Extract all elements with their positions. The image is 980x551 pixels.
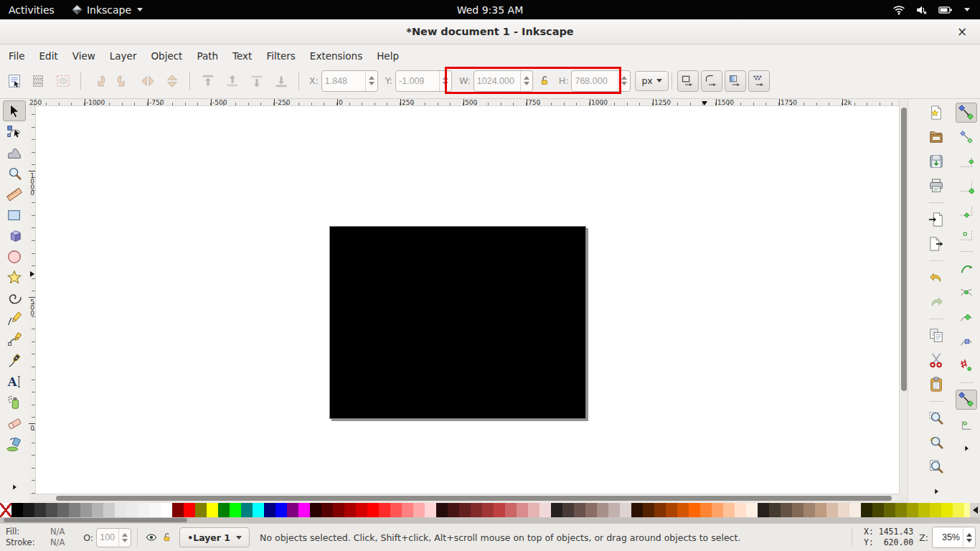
- palette-swatch[interactable]: [758, 503, 769, 517]
- palette-swatch[interactable]: [792, 503, 804, 517]
- new-document-button[interactable]: [925, 103, 947, 123]
- print-document-button[interactable]: [925, 176, 947, 196]
- deselect-button[interactable]: [53, 71, 72, 90]
- app-menu-button[interactable]: Inkscape: [63, 0, 151, 19]
- palette-scrollbar-thumb[interactable]: [4, 518, 187, 522]
- palette-swatch[interactable]: [482, 503, 494, 517]
- ellipse-tool[interactable]: [3, 246, 26, 267]
- rotate-cw-button[interactable]: [113, 71, 133, 90]
- palette-swatch[interactable]: [551, 503, 562, 517]
- lower-button[interactable]: [247, 71, 266, 90]
- bucket-tool[interactable]: [3, 433, 26, 454]
- raise-button[interactable]: [222, 71, 242, 90]
- calligraphy-tool[interactable]: [3, 350, 26, 371]
- flip-horizontal-button[interactable]: [138, 71, 157, 90]
- node-tool[interactable]: [3, 121, 26, 142]
- palette-swatch[interactable]: [321, 503, 333, 517]
- horizontal-scrollbar-thumb[interactable]: [56, 496, 892, 501]
- palette-swatch[interactable]: [184, 503, 195, 517]
- palette-swatch[interactable]: [161, 503, 172, 517]
- palette-swatch[interactable]: [918, 503, 930, 517]
- palette-swatch[interactable]: [241, 503, 253, 517]
- scale-corners-toggle[interactable]: [701, 70, 722, 92]
- snap-object-center-button[interactable]: [956, 414, 977, 434]
- palette-scroll-left-arrow[interactable]: [970, 503, 980, 517]
- palette-swatch[interactable]: [11, 503, 23, 517]
- menu-path[interactable]: Path: [189, 47, 225, 65]
- palette-swatch[interactable]: [298, 503, 310, 517]
- palette-swatch[interactable]: [941, 503, 953, 517]
- menu-file[interactable]: File: [1, 47, 32, 65]
- palette-swatch[interactable]: [597, 503, 608, 517]
- palette-swatch-none[interactable]: [0, 503, 11, 517]
- zoom-page-button[interactable]: [925, 457, 947, 477]
- palette-scrollbar[interactable]: [0, 517, 980, 523]
- palette-swatch[interactable]: [207, 503, 218, 517]
- palette-swatch[interactable]: [402, 503, 413, 517]
- zoom-tool[interactable]: [3, 163, 26, 184]
- select-all-button[interactable]: [4, 71, 24, 90]
- text-tool[interactable]: A: [3, 371, 26, 392]
- palette-swatch[interactable]: [275, 503, 287, 517]
- menu-text[interactable]: Text: [225, 47, 259, 65]
- palette-swatch[interactable]: [953, 503, 964, 517]
- palette-swatch[interactable]: [677, 503, 689, 517]
- palette-swatch[interactable]: [310, 503, 321, 517]
- palette-swatch[interactable]: [448, 503, 459, 517]
- palette-swatch[interactable]: [723, 503, 735, 517]
- x-spinner[interactable]: [365, 71, 377, 91]
- palette-swatch[interactable]: [69, 503, 80, 517]
- snap-bbox-button[interactable]: [956, 127, 977, 147]
- palette-swatch[interactable]: [46, 503, 57, 517]
- units-dropdown[interactable]: px: [635, 71, 668, 91]
- snap-bbox-center-button[interactable]: [956, 225, 977, 245]
- opacity-field[interactable]: [96, 528, 131, 547]
- snap-bbox-corner-button[interactable]: [956, 176, 977, 196]
- menu-edit[interactable]: Edit: [32, 47, 65, 65]
- copy-button[interactable]: [925, 326, 947, 346]
- palette-swatch[interactable]: [379, 503, 390, 517]
- selector-tool[interactable]: [3, 100, 26, 121]
- pencil-tool[interactable]: [3, 309, 26, 329]
- tweak-tool[interactable]: [3, 142, 26, 163]
- zoom-field[interactable]: [932, 527, 976, 548]
- palette-swatch[interactable]: [230, 503, 241, 517]
- zoom-spinner[interactable]: [963, 527, 975, 547]
- palette-swatch[interactable]: [654, 503, 666, 517]
- undo-button[interactable]: [925, 268, 947, 288]
- palette-swatch[interactable]: [585, 503, 597, 517]
- palette-swatch[interactable]: [562, 503, 574, 517]
- export-document-button[interactable]: [925, 234, 947, 254]
- zoom-selection-button[interactable]: [925, 408, 947, 428]
- palette-swatch[interactable]: [517, 503, 528, 517]
- menu-filters[interactable]: Filters: [259, 47, 302, 65]
- palette-swatch[interactable]: [413, 503, 425, 517]
- palette-swatch[interactable]: [103, 503, 115, 517]
- pen-tool[interactable]: [3, 329, 26, 350]
- palette-swatch[interactable]: [459, 503, 471, 517]
- paste-button[interactable]: [925, 375, 947, 395]
- vertical-ruler[interactable]: 10005000: [29, 106, 36, 494]
- layer-visibility-button[interactable]: [143, 529, 159, 545]
- snap-path-button[interactable]: [956, 283, 977, 303]
- palette-swatch[interactable]: [23, 503, 34, 517]
- commands-more-button[interactable]: [925, 481, 947, 501]
- width-spinner[interactable]: [520, 71, 532, 91]
- snap-cusp-button[interactable]: [956, 331, 977, 352]
- toolbox-more-button[interactable]: [3, 476, 26, 497]
- palette-swatch[interactable]: [643, 503, 654, 517]
- palette-swatch[interactable]: [264, 503, 275, 517]
- palette-swatch[interactable]: [620, 503, 631, 517]
- palette-swatch[interactable]: [92, 503, 103, 517]
- height-spinner[interactable]: [618, 71, 630, 91]
- palette-swatch[interactable]: [34, 503, 46, 517]
- palette-swatch[interactable]: [367, 503, 379, 517]
- redo-button[interactable]: [925, 292, 947, 312]
- activities-button[interactable]: Activities: [0, 0, 63, 19]
- palette-swatch[interactable]: [57, 503, 69, 517]
- snap-master-button[interactable]: [956, 103, 977, 123]
- eraser-tool[interactable]: [3, 413, 26, 433]
- palette-swatch[interactable]: [735, 503, 746, 517]
- spray-tool[interactable]: [3, 392, 26, 413]
- palette-swatch[interactable]: [115, 503, 126, 517]
